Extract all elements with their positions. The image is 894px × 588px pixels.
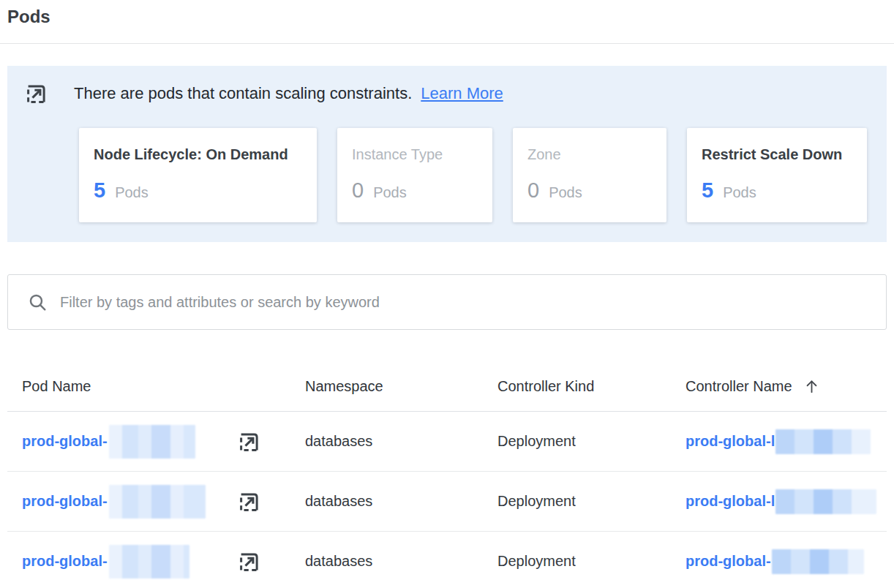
- constraint-cards: Node Lifecycle: On Demand 5 Pods Instanc…: [79, 128, 869, 222]
- redacted-controller-name: [775, 489, 876, 514]
- learn-more-link[interactable]: Learn More: [421, 84, 503, 103]
- controller-kind-cell: Deployment: [483, 493, 671, 510]
- card-restrict-scale-down[interactable]: Restrict Scale Down 5 Pods: [687, 128, 867, 222]
- search-icon: [28, 293, 48, 312]
- card-count: 5: [702, 178, 713, 203]
- pod-name-link[interactable]: prod-global-: [22, 553, 108, 570]
- card-unit: Pods: [373, 184, 407, 201]
- controller-kind-cell: Deployment: [483, 553, 671, 570]
- redacted-pod-name: [109, 545, 189, 578]
- card-count: 5: [94, 178, 105, 203]
- card-zone[interactable]: Zone 0 Pods: [513, 128, 666, 222]
- column-header-namespace[interactable]: Namespace: [290, 378, 483, 411]
- column-header-controller-name[interactable]: Controller Name: [671, 378, 887, 411]
- card-count: 0: [527, 178, 539, 203]
- scale-out-icon[interactable]: [238, 551, 260, 573]
- table-row: prod-global- databases Deployment prod-g…: [7, 472, 887, 532]
- controller-name-link[interactable]: prod-global-: [685, 553, 771, 570]
- card-unit: Pods: [549, 184, 582, 201]
- redacted-pod-name: [109, 485, 206, 519]
- search-input[interactable]: [60, 287, 886, 317]
- pod-name-link[interactable]: prod-global-: [22, 433, 108, 450]
- card-title: Instance Type: [352, 146, 478, 163]
- namespace-cell: databases: [290, 493, 483, 510]
- card-count: 0: [352, 178, 364, 203]
- pod-name-link[interactable]: prod-global-: [22, 493, 108, 510]
- table-row: prod-global- databases Deployment prod-g…: [7, 532, 887, 588]
- redacted-controller-name: [775, 429, 871, 454]
- pods-table: Pod Name Namespace Controller Kind Contr…: [7, 330, 887, 588]
- controller-kind-cell: Deployment: [483, 433, 671, 450]
- redacted-controller-name: [772, 549, 864, 574]
- page-title: Pods: [0, 0, 894, 27]
- redacted-pod-name: [109, 425, 195, 459]
- namespace-cell: databases: [290, 553, 483, 570]
- scale-out-icon[interactable]: [238, 491, 260, 513]
- title-divider: [0, 43, 894, 44]
- card-instance-type[interactable]: Instance Type 0 Pods: [337, 128, 492, 222]
- column-header-pod-name[interactable]: Pod Name: [7, 378, 290, 411]
- banner-message: There are pods that contain scaling cons…: [74, 84, 412, 103]
- table-row: prod-global- databases Deployment prod-g…: [7, 412, 887, 472]
- card-unit: Pods: [723, 184, 756, 201]
- card-unit: Pods: [115, 184, 149, 201]
- card-title: Zone: [527, 146, 652, 163]
- column-header-controller-kind[interactable]: Controller Kind: [483, 378, 671, 411]
- scale-out-icon: [26, 83, 48, 105]
- card-title: Restrict Scale Down: [702, 146, 852, 163]
- table-header-row: Pod Name Namespace Controller Kind Contr…: [7, 330, 887, 412]
- card-node-lifecycle[interactable]: Node Lifecycle: On Demand 5 Pods: [79, 128, 317, 222]
- scale-out-icon[interactable]: [238, 431, 260, 453]
- namespace-cell: databases: [290, 433, 483, 450]
- scaling-constraints-banner: There are pods that contain scaling cons…: [7, 66, 887, 242]
- card-title: Node Lifecycle: On Demand: [94, 146, 302, 163]
- controller-name-link[interactable]: prod-global-l: [685, 493, 775, 510]
- filter-bar: [7, 274, 887, 330]
- controller-name-link[interactable]: prod-global-l: [685, 433, 775, 450]
- sort-ascending-arrow-icon: [803, 378, 820, 395]
